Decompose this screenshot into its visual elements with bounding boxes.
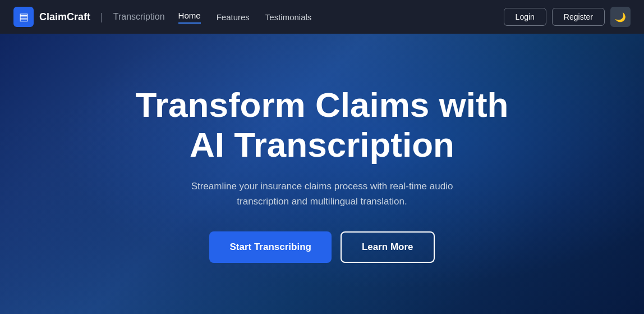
hero-content: Transform Claims with AI Transcription S…: [136, 85, 509, 263]
hero-buttons: Start Transcribing Learn More: [136, 231, 509, 263]
logo-icon: ▤: [13, 7, 34, 27]
login-button[interactable]: Login: [504, 8, 546, 26]
nav-brand: ▤ ClaimCraft | Transcription: [13, 7, 165, 27]
dark-mode-button[interactable]: 🌙: [610, 7, 631, 27]
learn-more-button[interactable]: Learn More: [341, 231, 435, 263]
brand-separator: |: [100, 11, 103, 23]
register-button[interactable]: Register: [552, 8, 605, 26]
moon-icon: 🌙: [615, 12, 626, 22]
nav-actions: Login Register 🌙: [504, 7, 631, 27]
nav-links: Home Features Testimonials: [178, 11, 312, 24]
navbar: ▤ ClaimCraft | Transcription Home Featur…: [0, 0, 644, 34]
hero-section: Transform Claims with AI Transcription S…: [0, 34, 644, 314]
hero-title: Transform Claims with AI Transcription: [136, 85, 509, 165]
nav-link-testimonials[interactable]: Testimonials: [265, 12, 312, 22]
nav-link-features[interactable]: Features: [217, 12, 250, 22]
brand-name: ClaimCraft: [39, 11, 90, 23]
nav-link-home[interactable]: Home: [178, 11, 201, 24]
brand-subtitle: Transcription: [113, 12, 165, 22]
hero-subtitle: Streamline your insurance claims process…: [165, 179, 479, 209]
start-transcribing-button[interactable]: Start Transcribing: [209, 231, 331, 263]
